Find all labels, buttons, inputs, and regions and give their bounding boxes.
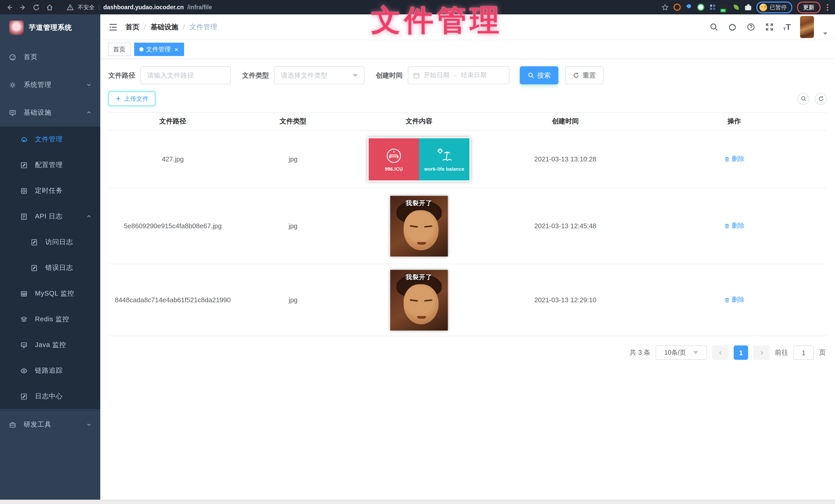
file-preview-meme[interactable]: 我裂开了: [390, 270, 448, 330]
table-header-row: 文件路径 文件类型 文件内容 创建时间 操作: [108, 112, 827, 130]
browser-menu-icon[interactable]: [825, 3, 830, 11]
sidebar-item-mysql-monitor[interactable]: MySQL 监控: [0, 281, 100, 306]
sidebar-item-home[interactable]: 首页: [0, 43, 100, 71]
url-path: /infra/file: [187, 4, 212, 10]
total-count: 共 3 条: [630, 348, 650, 357]
screen: 不安全 | dashboard.yudao.iocoder.cn/infra/f…: [0, 0, 835, 504]
extension-switch-icon[interactable]: on: [721, 4, 728, 11]
beach-umbrella-icon: [435, 147, 453, 164]
col-header-type: 文件类型: [237, 114, 349, 128]
font-size-icon[interactable]: [783, 23, 791, 31]
hamburger-icon[interactable]: [108, 22, 118, 32]
sidebar-logo[interactable]: 芋道管理系统: [0, 14, 100, 40]
search-icon[interactable]: [709, 22, 718, 31]
breadcrumb-infra[interactable]: 基础设施: [151, 22, 178, 31]
reset-button[interactable]: 重置: [565, 66, 604, 84]
table-row: 8448cada8c714e4ab61f521c8da21990 jpg 我裂开…: [108, 264, 827, 336]
goto-label: 前往: [775, 348, 788, 357]
delete-button[interactable]: 删除: [724, 155, 745, 164]
tag-home[interactable]: 首页: [108, 43, 130, 56]
home-icon[interactable]: [45, 3, 54, 11]
file-preview-meme[interactable]: 我裂开了: [390, 195, 448, 256]
next-page-button[interactable]: [753, 345, 770, 360]
sidebar-item-file-management[interactable]: 文件管理: [0, 126, 100, 152]
start-date-placeholder[interactable]: 开始日期: [424, 71, 449, 80]
delete-button[interactable]: 删除: [724, 222, 745, 230]
sidebar-item-access-log[interactable]: 访问日志: [0, 229, 100, 255]
sidebar-item-dev-tools[interactable]: 研发工具: [0, 411, 100, 439]
sidebar-item-error-log[interactable]: 错误日志: [0, 255, 100, 281]
tag-file-management[interactable]: 文件管理: [134, 43, 184, 56]
file-path-field[interactable]: [140, 66, 231, 84]
close-icon[interactable]: [173, 46, 179, 52]
avatar-caret-icon[interactable]: [823, 33, 827, 35]
eye-icon: [20, 366, 28, 375]
date-range-picker[interactable]: 开始日期 - 结束日期: [408, 66, 510, 84]
sidebar-item-infra[interactable]: 基础设施: [0, 99, 100, 126]
sidebar-item-system[interactable]: 系统管理: [0, 71, 100, 99]
meme-caption: 我裂开了: [390, 199, 448, 207]
banner-right-panel: work-life balance: [419, 138, 469, 180]
reload-icon[interactable]: [32, 3, 40, 11]
file-path-label: 文件路径: [108, 71, 135, 80]
cell-file-path: 5e8609290e915c4fa8b08e67.jpg: [108, 220, 237, 232]
file-path-input[interactable]: [147, 71, 224, 79]
chevron-down-icon: [86, 421, 92, 428]
profile-paused-pill[interactable]: 已暂停: [756, 1, 792, 13]
document-edit-icon: [30, 238, 38, 246]
table-toolbar: 上传文件: [108, 91, 827, 106]
extension-leaf-icon[interactable]: [733, 4, 740, 11]
bookmark-star-icon[interactable]: [661, 3, 669, 11]
help-icon[interactable]: [746, 22, 756, 31]
breadcrumb-home[interactable]: 首页: [125, 22, 139, 31]
search-form: 文件路径 文件类型 请选择文件类型 创建时间 开始日期 - 结束日期: [108, 66, 827, 84]
logo-avatar: [9, 21, 24, 35]
address-bar[interactable]: 不安全 | dashboard.yudao.iocoder.cn/infra/f…: [66, 3, 655, 11]
sidebar-item-log-center[interactable]: 日志中心: [0, 383, 100, 409]
delete-button[interactable]: 删除: [724, 296, 745, 304]
upload-file-button[interactable]: 上传文件: [108, 91, 155, 106]
timer-icon: [20, 187, 28, 195]
file-type-select[interactable]: 请选择文件类型: [274, 66, 365, 84]
app-title: 芋道管理系统: [29, 23, 72, 33]
sidebar-item-config-management[interactable]: 配置管理: [0, 152, 100, 178]
extension-pin-icon[interactable]: [685, 4, 693, 11]
update-button[interactable]: 更新: [797, 1, 821, 13]
extensions-puzzle-icon[interactable]: [745, 4, 752, 11]
edit-square-icon: [20, 161, 28, 169]
breadcrumb-current: 文件管理: [189, 22, 217, 31]
page-content: 文件路径 文件类型 请选择文件类型 创建时间 开始日期 - 结束日期: [100, 59, 835, 500]
sidebar-item-redis-monitor[interactable]: Redis 监控: [0, 306, 100, 332]
table-row: 5e8609290e915c4fa8b08e67.jpg jpg 我裂开了: [108, 188, 827, 264]
sidebar-item-api-log[interactable]: API 日志: [0, 204, 100, 229]
date-range-separator: -: [454, 71, 456, 79]
extension-green-ring-icon[interactable]: [697, 4, 705, 11]
extension-grid-icon[interactable]: [709, 4, 716, 11]
meme-caption: 我裂开了: [390, 273, 448, 281]
col-header-content: 文件内容: [349, 114, 489, 128]
horizontal-scrollbar[interactable]: [0, 500, 835, 504]
extension-orange-icon[interactable]: [674, 4, 681, 11]
forward-icon[interactable]: [19, 3, 27, 11]
fullscreen-icon[interactable]: [765, 22, 774, 31]
back-icon[interactable]: [5, 3, 13, 11]
cell-file-type: jpg: [237, 153, 349, 165]
dashboard-icon: [8, 53, 17, 61]
sidebar-item-scheduled-tasks[interactable]: 定时任务: [0, 178, 100, 204]
calendar-icon: [413, 72, 420, 79]
sidebar-item-tracing[interactable]: 链路追踪: [0, 358, 100, 383]
user-avatar[interactable]: [800, 16, 814, 38]
sidebar-item-java-monitor[interactable]: Java 监控: [0, 332, 100, 358]
end-date-placeholder[interactable]: 结束日期: [461, 71, 487, 80]
refresh-icon[interactable]: [815, 93, 827, 105]
current-page-button[interactable]: 1: [734, 345, 748, 360]
file-preview-996-banner[interactable]: 996.ICU work-life balance: [368, 137, 470, 181]
goto-page-input[interactable]: [793, 345, 814, 360]
page-size-select[interactable]: 10条/页: [655, 345, 707, 360]
bed-clock-icon: [385, 147, 403, 164]
toggle-search-icon[interactable]: [797, 93, 809, 105]
prev-page-button[interactable]: [712, 345, 729, 360]
search-button[interactable]: 搜索: [520, 66, 558, 84]
table-tools: [797, 93, 827, 105]
github-icon[interactable]: [728, 22, 737, 31]
